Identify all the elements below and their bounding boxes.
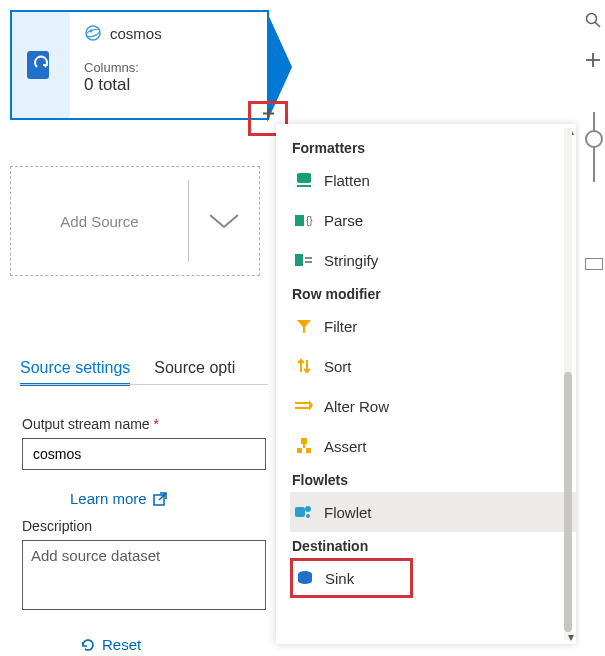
sink-icon (295, 568, 315, 588)
cosmos-icon (84, 24, 102, 42)
description-textarea[interactable]: Add source dataset (22, 540, 266, 610)
svg-marker-15 (297, 320, 311, 333)
columns-value: 0 total (84, 75, 162, 95)
assert-icon (294, 436, 314, 456)
svg-rect-13 (305, 257, 312, 259)
svg-rect-8 (297, 173, 311, 183)
output-stream-name-input[interactable] (22, 438, 266, 470)
svg-point-1 (86, 26, 100, 40)
svg-point-27 (306, 514, 310, 518)
menu-item-assert[interactable]: Assert (290, 426, 576, 466)
menu-item-alter-row[interactable]: Alter Row (290, 386, 576, 426)
group-row-modifier: Row modifier (292, 286, 576, 302)
zoom-handle[interactable] (585, 130, 603, 148)
group-destination: Destination (292, 538, 576, 554)
menu-item-parse[interactable]: {} Parse (290, 200, 576, 240)
svg-rect-25 (295, 507, 305, 517)
stringify-icon (294, 250, 314, 270)
flowlet-icon (294, 502, 314, 522)
svg-rect-9 (297, 185, 311, 187)
learn-more-link[interactable]: Learn more (70, 490, 167, 507)
panel-scrollbar-thumb[interactable] (564, 372, 572, 632)
svg-rect-5 (263, 113, 274, 115)
menu-item-sort[interactable]: Sort (290, 346, 576, 386)
group-formatters: Formatters (292, 140, 576, 156)
source-node-type-icon (12, 12, 70, 118)
description-label: Description (22, 518, 92, 534)
svg-rect-12 (295, 254, 303, 266)
group-flowlets: Flowlets (292, 472, 576, 488)
svg-line-30 (595, 22, 600, 27)
svg-marker-20 (309, 400, 313, 411)
search-icon[interactable] (580, 0, 605, 40)
tab-source-settings[interactable]: Source settings (20, 359, 130, 386)
alter-row-icon (294, 396, 314, 416)
svg-rect-19 (295, 407, 309, 409)
flatten-icon (294, 170, 314, 190)
right-toolbar (580, 0, 605, 656)
svg-rect-24 (306, 448, 311, 453)
filter-icon (294, 316, 314, 336)
svg-rect-18 (295, 402, 309, 404)
svg-text:{}: {} (306, 215, 313, 226)
external-link-icon (153, 492, 167, 506)
svg-rect-23 (297, 448, 302, 453)
reset-button[interactable]: Reset (80, 636, 141, 653)
menu-item-stringify[interactable]: Stringify (290, 240, 576, 280)
source-node-title: cosmos (110, 25, 162, 42)
add-source-label: Add Source (11, 213, 188, 230)
svg-point-3 (90, 30, 93, 33)
parse-icon: {} (294, 210, 314, 230)
output-stream-name-label: Output stream name * (22, 416, 159, 432)
svg-line-7 (159, 493, 166, 500)
plus-icon[interactable] (580, 40, 605, 80)
add-source-card[interactable]: Add Source (10, 166, 260, 276)
menu-item-sink[interactable]: Sink (290, 558, 413, 598)
svg-rect-14 (305, 261, 312, 263)
source-node[interactable]: cosmos Columns: 0 total (10, 10, 269, 120)
svg-rect-10 (295, 215, 304, 226)
svg-rect-21 (301, 438, 307, 444)
tab-source-options[interactable]: Source opti (154, 359, 235, 386)
scroll-down-icon[interactable]: ▾ (568, 630, 574, 644)
transformation-menu: ▴ ▾ Formatters Flatten {} Parse Stringif… (276, 124, 576, 644)
menu-item-filter[interactable]: Filter (290, 306, 576, 346)
fit-to-screen-icon[interactable] (585, 258, 603, 270)
svg-point-26 (305, 506, 311, 512)
menu-item-flatten[interactable]: Flatten (290, 160, 576, 200)
chevron-down-icon[interactable] (189, 211, 259, 231)
menu-item-flowlet[interactable]: Flowlet (290, 492, 576, 532)
sort-icon (294, 356, 314, 376)
reset-icon (80, 637, 96, 653)
columns-label: Columns: (84, 60, 162, 75)
